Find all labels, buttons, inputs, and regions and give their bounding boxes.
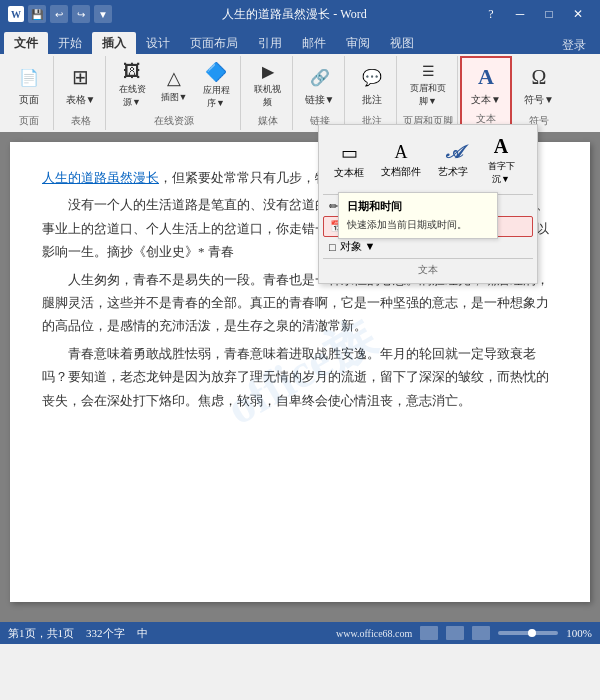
signline-icon: ✏ <box>329 200 338 213</box>
toolbar-group-illustrations: 🖼 在线资源▼ △ 插图▼ 🔷 应用程序▼ 在线资源 <box>108 56 241 130</box>
comment-icon: 💬 <box>358 63 386 91</box>
login-button[interactable]: 登录 <box>552 37 596 54</box>
dropdown-section-label: 文本 <box>323 261 533 279</box>
dropcap-dropdown-icon: A <box>494 135 508 158</box>
docparts-dropdown-icon: A <box>395 142 408 163</box>
paragraph-4: 青春意味着勇敢战胜怯弱，青春意味着进取战胜安逸。年月的轮回就一定导致衰老吗？要知… <box>42 342 558 412</box>
toolbar-group-comments: 💬 批注 批注 <box>347 56 397 130</box>
tab-view[interactable]: 视图 <box>380 32 424 54</box>
pages-group-label: 页面 <box>19 112 39 128</box>
page-button[interactable]: 📄 页面 <box>11 60 47 110</box>
language-indicator: 中 <box>137 626 148 641</box>
close-button[interactable]: ✕ <box>564 0 592 28</box>
title-bar-left: W 💾 ↩ ↪ ▼ <box>8 5 112 23</box>
hf-label: 页眉和页脚▼ <box>410 82 446 108</box>
textbox-dropdown-label: 文本框 <box>334 166 364 180</box>
illustrations-buttons: 🖼 在线资源▼ △ 插图▼ 🔷 应用程序▼ <box>112 58 236 112</box>
shapes-icon: △ <box>162 66 186 90</box>
object-label: 对象 ▼ <box>340 239 376 254</box>
hf-icon: ☰ <box>414 62 442 80</box>
apps-button[interactable]: 🔷 应用程序▼ <box>196 63 236 107</box>
comments-buttons: 💬 批注 <box>354 58 390 112</box>
video-button[interactable]: ▶ 联机视频 <box>250 60 286 110</box>
customize-button[interactable]: ▼ <box>94 5 112 23</box>
shapes-button[interactable]: △ 插图▼ <box>154 63 194 107</box>
toolbar: 📄 页面 页面 ⊞ 表格▼ 表格 🖼 在线资源▼ △ 插图▼ <box>0 54 600 132</box>
docparts-dropdown-label: 文档部件 <box>381 165 421 179</box>
redo-button[interactable]: ↪ <box>72 5 90 23</box>
dropdown-divider2 <box>323 258 533 259</box>
object-icon: □ <box>329 241 336 253</box>
symbol-button[interactable]: Ω 符号▼ <box>520 60 558 110</box>
textbox-dropdown-item[interactable]: ▭ 文本框 <box>327 138 371 184</box>
symbol-label: 符号▼ <box>524 93 554 107</box>
link-label: 链接▼ <box>305 93 335 107</box>
website-label: www.office68.com <box>336 628 412 639</box>
video-label: 联机视频 <box>254 83 281 109</box>
help-button[interactable]: ? <box>477 0 505 28</box>
toolbar-group-text: A 文本▼ 文本 <box>460 56 512 130</box>
tab-design[interactable]: 设计 <box>136 32 180 54</box>
window-title: 人生的道路虽然漫长 - Word <box>112 6 477 23</box>
media-buttons: ▶ 联机视频 <box>250 58 286 112</box>
link-button[interactable]: 🔗 链接▼ <box>301 60 339 110</box>
comment-button[interactable]: 💬 批注 <box>354 60 390 110</box>
minimize-button[interactable]: ─ <box>506 0 534 28</box>
wordart-dropdown-item[interactable]: 𝒜 艺术字 <box>431 138 475 183</box>
tab-mailings[interactable]: 邮件 <box>292 32 336 54</box>
online-icon: 🖼 <box>120 61 144 82</box>
illustrations-group-label: 在线资源 <box>154 112 194 128</box>
online-label: 在线资源▼ <box>119 83 146 109</box>
page-label: 页面 <box>19 93 39 107</box>
object-menu-item[interactable]: □ 对象 ▼ <box>323 237 533 256</box>
toolbar-group-headerfooter: ☰ 页眉和页脚▼ 页眉和页脚 <box>399 56 458 130</box>
undo-button[interactable]: ↩ <box>50 5 68 23</box>
media-group-label: 媒体 <box>258 112 278 128</box>
doc-link[interactable]: 人生的道路虽然漫长 <box>42 170 159 185</box>
view-button-3[interactable] <box>472 626 490 640</box>
zoom-handle <box>528 629 536 637</box>
wordart-dropdown-label: 艺术字 <box>438 165 468 179</box>
comment-label: 批注 <box>362 93 382 107</box>
page-icon: 📄 <box>15 63 43 91</box>
view-button-1[interactable] <box>420 626 438 640</box>
dropdown-items-row: ▭ 文本框 A 文档部件 𝒜 艺术字 A 首字下沉▼ <box>323 129 533 192</box>
zoom-level: 100% <box>566 627 592 639</box>
tab-insert[interactable]: 插入 <box>92 32 136 54</box>
table-button[interactable]: ⊞ 表格▼ <box>62 60 100 110</box>
quick-save-button[interactable]: 💾 <box>28 5 46 23</box>
headerfooter-button[interactable]: ☰ 页眉和页脚▼ <box>406 60 450 110</box>
table-label: 表格▼ <box>66 93 96 107</box>
tab-layout[interactable]: 页面布局 <box>180 32 248 54</box>
text-label: 文本▼ <box>471 93 501 107</box>
title-bar: W 💾 ↩ ↪ ▼ 人生的道路虽然漫长 - Word ? ─ □ ✕ <box>0 0 600 28</box>
link-icon: 🔗 <box>306 63 334 91</box>
toolbar-group-tables: ⊞ 表格▼ 表格 <box>56 56 106 130</box>
docparts-dropdown-item[interactable]: A 文档部件 <box>375 138 427 183</box>
zoom-slider[interactable] <box>498 631 558 635</box>
text-button[interactable]: A 文本▼ <box>467 60 505 110</box>
tab-home[interactable]: 开始 <box>48 32 92 54</box>
tab-review[interactable]: 审阅 <box>336 32 380 54</box>
dropcap-dropdown-item[interactable]: A 首字下沉▼ <box>479 131 523 190</box>
tab-file[interactable]: 文件 <box>4 32 48 54</box>
view-button-2[interactable] <box>446 626 464 640</box>
hf-buttons: ☰ 页眉和页脚▼ <box>406 58 450 112</box>
apps-label: 应用程序▼ <box>203 84 230 110</box>
status-bar: 第1页，共1页 332个字 中 www.office68.com 100% <box>0 622 600 644</box>
status-right: www.office68.com 100% <box>336 626 592 640</box>
toolbar-group-pages: 📄 页面 页面 <box>4 56 54 130</box>
toolbar-group-media: ▶ 联机视频 媒体 <box>243 56 293 130</box>
online-resources-button[interactable]: 🖼 在线资源▼ <box>112 63 152 107</box>
tooltip-body: 快速添加当前日期或时间。 <box>347 218 489 232</box>
ribbon-tab-bar: 文件 开始 插入 设计 页面布局 引用 邮件 审阅 视图 登录 <box>0 28 600 54</box>
table-icon: ⊞ <box>67 63 95 91</box>
links-buttons: 🔗 链接▼ <box>301 58 339 112</box>
textbox-dropdown-icon: ▭ <box>341 142 358 164</box>
tab-references[interactable]: 引用 <box>248 32 292 54</box>
toolbar-group-links: 🔗 链接▼ 链接 <box>295 56 345 130</box>
restore-button[interactable]: □ <box>535 0 563 28</box>
tooltip-title: 日期和时间 <box>347 199 489 214</box>
tables-group-label: 表格 <box>71 112 91 128</box>
symbols-buttons: Ω 符号▼ <box>520 58 558 112</box>
